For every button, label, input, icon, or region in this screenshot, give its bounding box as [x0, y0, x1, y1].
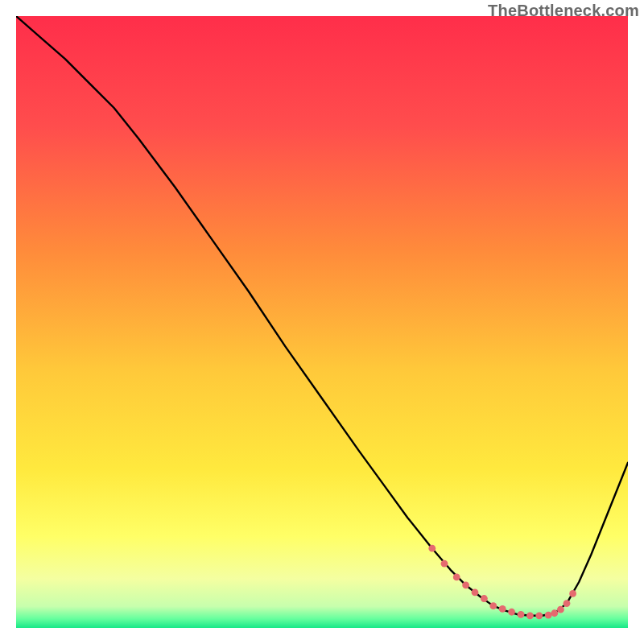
- gradient-background: [16, 16, 628, 628]
- plot-area: [16, 16, 628, 628]
- highlight-marker: [481, 595, 488, 602]
- highlight-marker: [489, 602, 497, 609]
- highlight-marker: [564, 600, 571, 607]
- highlight-marker: [499, 605, 506, 613]
- highlight-marker: [462, 581, 469, 588]
- highlight-marker: [518, 611, 525, 618]
- highlight-marker: [508, 609, 515, 616]
- highlight-marker: [472, 589, 479, 597]
- highlight-marker: [428, 545, 436, 552]
- highlight-marker: [569, 590, 576, 597]
- highlight-marker: [453, 574, 460, 581]
- plot-svg: [16, 16, 628, 628]
- highlight-marker: [535, 612, 543, 619]
- highlight-marker: [441, 560, 448, 568]
- highlight-marker: [551, 609, 558, 617]
- highlight-marker: [545, 612, 552, 619]
- highlight-marker: [526, 612, 534, 619]
- highlight-marker: [557, 606, 564, 613]
- chart-stage: TheBottleneck.com: [0, 0, 644, 644]
